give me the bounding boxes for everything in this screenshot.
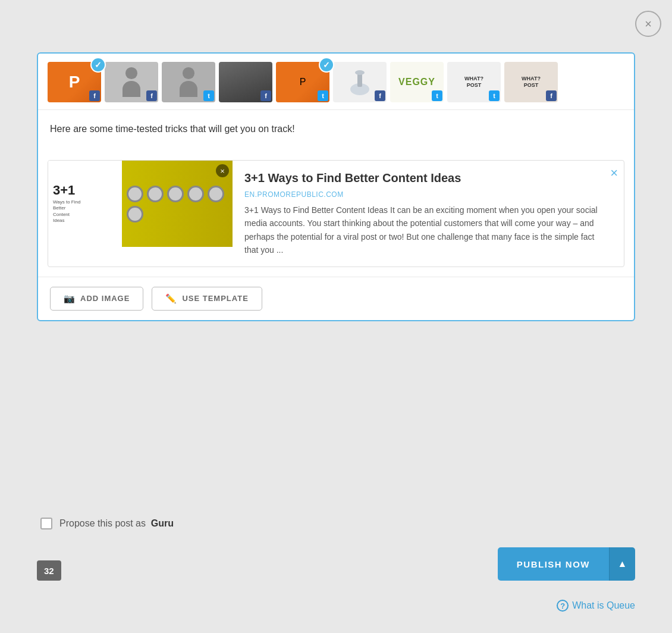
- preview-img-title: 3+1: [53, 184, 117, 197]
- preview-description: 3+1 Ways to Find Better Content Ideas It…: [244, 203, 600, 257]
- propose-checkbox[interactable]: [40, 518, 52, 529]
- publish-row: PUBLISH NOW ▲: [498, 547, 635, 581]
- preview-image-container: 3+1 Ways to FindBetterContentIdeas: [48, 161, 233, 267]
- tw-badge-5: t: [318, 90, 328, 101]
- preview-image-remove[interactable]: ×: [216, 164, 229, 177]
- promo-p-letter: P: [69, 73, 80, 92]
- account-lab-fb[interactable]: f: [333, 62, 387, 102]
- whatpost-brand-8: WHAT?POST: [464, 76, 483, 89]
- propose-label-bold: Guru: [151, 518, 174, 528]
- fb-badge-6: f: [375, 90, 385, 101]
- link-preview-card: 3+1 Ways to FindBetterContentIdeas: [48, 160, 624, 267]
- preview-img-subtitle: Ways to FindBetterContentIdeas: [53, 199, 117, 224]
- account-dark-fb[interactable]: f: [219, 62, 272, 102]
- preview-remove-button[interactable]: ×: [610, 167, 618, 180]
- tw-badge-7: t: [432, 90, 442, 101]
- fb-badge-4: f: [260, 90, 271, 101]
- queue-link-label: What is Queue: [572, 600, 635, 611]
- use-template-label: USE TEMPLATE: [182, 294, 248, 303]
- card-toolbar: 📷 ADD IMAGE ✏️ USE TEMPLATE: [38, 277, 634, 320]
- veggy-brand: VEGGY: [398, 77, 435, 87]
- template-icon: ✏️: [165, 293, 177, 304]
- selected-check-badge: ✓: [90, 57, 106, 73]
- account-promo-orange-fb[interactable]: P f ✓: [48, 62, 101, 102]
- account-person-fb[interactable]: f: [105, 62, 158, 102]
- svg-point-2: [355, 70, 365, 75]
- chevron-up-icon: ▲: [618, 559, 627, 569]
- post-composer-card: P f ✓ f: [37, 52, 635, 321]
- fb-badge: f: [89, 90, 100, 101]
- tw-badge-8: t: [489, 90, 500, 101]
- use-template-button[interactable]: ✏️ USE TEMPLATE: [152, 287, 262, 311]
- tw-badge-3: t: [203, 90, 214, 101]
- camera-icon: 📷: [64, 293, 76, 304]
- add-image-label: ADD IMAGE: [80, 294, 130, 303]
- fb-badge-2: f: [146, 90, 157, 101]
- account-whatpost-fb[interactable]: WHAT?POST f: [504, 62, 558, 102]
- publish-dropdown-button[interactable]: ▲: [609, 547, 635, 581]
- propose-label-prefix: Propose this post as: [59, 518, 146, 528]
- selected-check-badge-2: ✓: [319, 57, 334, 73]
- close-button[interactable]: ×: [635, 11, 661, 37]
- preview-url: EN.PROMOREPUBLIC.COM: [244, 190, 600, 199]
- account-person-tw[interactable]: t: [162, 62, 215, 102]
- preview-text-content: 3+1 Ways to Find Better Content Ideas EN…: [233, 161, 624, 267]
- post-text-input[interactable]: Here are some time-tested tricks that wi…: [38, 110, 634, 158]
- account-veggy-tw[interactable]: VEGGY t: [390, 62, 444, 102]
- account-whatpost-tw[interactable]: WHAT?POST t: [447, 62, 501, 102]
- fb-badge-9: f: [546, 90, 557, 101]
- publish-now-button[interactable]: PUBLISH NOW: [498, 547, 609, 581]
- accounts-row: P f ✓ f: [38, 54, 634, 110]
- add-image-button[interactable]: 📷 ADD IMAGE: [50, 287, 143, 311]
- what-is-queue-link[interactable]: ? What is Queue: [557, 600, 635, 612]
- preview-title: 3+1 Ways to Find Better Content Ideas: [244, 170, 600, 186]
- promo-p-letter-2: P: [300, 77, 306, 87]
- whatpost-brand-9: WHAT?POST: [522, 76, 541, 89]
- propose-label: Propose this post as Guru: [59, 518, 174, 529]
- queue-help-icon: ?: [557, 600, 569, 612]
- account-promo-blue-tw[interactable]: P t ✓: [276, 62, 329, 102]
- character-counter: 32: [37, 560, 61, 581]
- propose-row: Propose this post as Guru: [40, 518, 174, 529]
